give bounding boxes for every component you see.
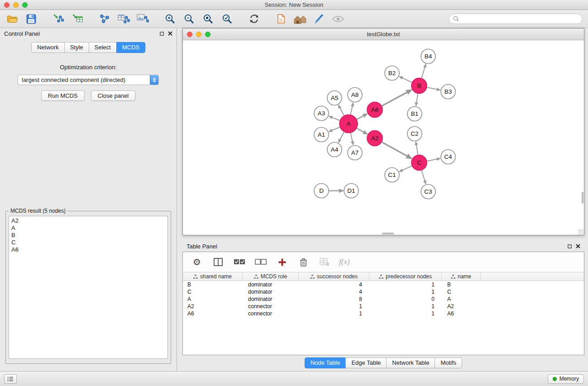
tab-edge-table[interactable]: Edge Table	[345, 357, 387, 368]
select-all-columns-button[interactable]	[233, 255, 246, 269]
close-table-panel-icon[interactable]	[576, 244, 580, 248]
node-A4[interactable]: A4	[327, 143, 342, 157]
edge-C-C1[interactable]	[399, 166, 411, 172]
edge-A2-C[interactable]	[382, 142, 412, 158]
result-item[interactable]: A6	[11, 246, 165, 253]
memory-button[interactable]: Memory	[548, 374, 584, 384]
tab-node-table[interactable]: Node Table	[305, 357, 346, 368]
edge-A6-B[interactable]	[382, 90, 412, 106]
zoom-fit-button[interactable]	[201, 12, 215, 26]
edge-A-A5[interactable]	[339, 105, 344, 115]
resize-grip[interactable]	[578, 229, 583, 234]
node-A8[interactable]: A8	[348, 88, 362, 102]
edge-C-C3[interactable]	[421, 171, 425, 184]
show-hide-button[interactable]	[331, 12, 345, 26]
network-close-button[interactable]	[187, 32, 192, 37]
node-A2[interactable]: A2	[367, 131, 382, 146]
edge-C-C2[interactable]	[416, 142, 418, 154]
tab-motifs[interactable]: Motifs	[435, 357, 462, 368]
edge-B-B2[interactable]	[399, 76, 411, 82]
edge-A-A1[interactable]	[329, 127, 340, 132]
close-window-button[interactable]	[4, 2, 10, 8]
node-C4[interactable]: C4	[441, 150, 455, 164]
node-A5[interactable]: A5	[327, 91, 342, 105]
close-panel-button[interactable]: Close panel	[91, 91, 136, 101]
column-header-successor-nodes[interactable]: successor nodes	[299, 272, 369, 281]
node-C2[interactable]: C2	[407, 127, 422, 141]
node-A7[interactable]: A7	[348, 146, 362, 160]
run-mcds-button[interactable]: Run MCDS	[41, 91, 85, 101]
optimization-criterion-select[interactable]: largest connected component (directed)	[18, 75, 159, 85]
tab-network-table[interactable]: Network Table	[386, 357, 435, 368]
new-network-button[interactable]	[98, 12, 111, 26]
search-box[interactable]	[449, 14, 583, 24]
edge-A-A8[interactable]	[351, 103, 354, 114]
zoom-selected-button[interactable]	[220, 12, 234, 26]
edge-A-A7[interactable]	[351, 133, 354, 145]
minimize-window-button[interactable]	[13, 2, 19, 8]
node-A3[interactable]: A3	[314, 106, 329, 121]
node-A[interactable]: A	[339, 115, 358, 133]
node-C3[interactable]: C3	[421, 185, 435, 199]
close-panel-icon[interactable]	[168, 31, 172, 36]
column-header-mcds-role[interactable]: MCDS role	[243, 272, 299, 281]
zoom-in-button[interactable]	[163, 12, 177, 26]
edge-A-A3[interactable]	[329, 116, 340, 120]
panel-menu-button[interactable]	[4, 374, 17, 384]
tab-network[interactable]: Network	[31, 42, 65, 53]
unselect-all-columns-button[interactable]	[254, 255, 268, 269]
export-network-button[interactable]	[117, 12, 130, 26]
result-item[interactable]: A	[11, 224, 165, 232]
float-panel-icon[interactable]	[160, 32, 164, 36]
network-minimize-button[interactable]	[196, 32, 201, 37]
column-header-shared-name[interactable]: shared name	[183, 272, 243, 281]
table-row[interactable]: A2connector11A2	[183, 303, 584, 310]
horizontal-scrollbar-thumb[interactable]	[382, 233, 394, 234]
edge-B-B4[interactable]	[421, 64, 425, 78]
graphics-details-button[interactable]	[312, 12, 326, 26]
node-C[interactable]: C	[411, 155, 427, 171]
open-session-button[interactable]	[5, 12, 19, 26]
network-canvas[interactable]: AA6A2BCA5A8A3A1A4A7B2B4B3B1C2C4C1C3DD1	[183, 40, 584, 235]
table-row[interactable]: Bdominator41B	[183, 281, 584, 288]
search-input[interactable]	[461, 15, 578, 22]
export-image-button[interactable]	[136, 12, 149, 26]
node-A6[interactable]: A6	[367, 102, 382, 118]
result-item[interactable]: B	[11, 232, 165, 239]
table-row[interactable]: Adominator80A	[183, 295, 584, 303]
edge-A-A2[interactable]	[357, 129, 367, 134]
table-settings-button[interactable]: ⚙	[190, 255, 204, 269]
tab-select[interactable]: Select	[89, 42, 117, 53]
refresh-view-button[interactable]	[247, 12, 261, 26]
node-B1[interactable]: B1	[407, 107, 422, 121]
column-header-name[interactable]: name	[442, 272, 481, 281]
edge-C-C4[interactable]	[427, 158, 440, 161]
edge-A-A4[interactable]	[339, 132, 344, 143]
delete-table-button[interactable]	[318, 255, 331, 269]
function-builder-button[interactable]: f(x)	[339, 257, 350, 267]
tab-mcds[interactable]: MCDS	[116, 42, 145, 53]
maximize-window-button[interactable]	[22, 2, 28, 8]
node-B2[interactable]: B2	[385, 66, 399, 81]
edge-B-B1[interactable]	[416, 94, 418, 105]
mcds-result-list[interactable]: A2ABCA6	[9, 216, 168, 359]
node-B3[interactable]: B3	[441, 85, 455, 99]
create-column-button[interactable]	[275, 255, 289, 269]
network-maximize-button[interactable]	[205, 32, 210, 37]
home-button[interactable]	[293, 12, 307, 26]
import-table-button[interactable]	[71, 12, 84, 26]
table-row[interactable]: A6connector11A6	[183, 310, 584, 317]
edge-A-A6[interactable]	[357, 114, 368, 119]
node-B4[interactable]: B4	[421, 49, 435, 64]
delete-columns-button[interactable]	[296, 255, 310, 269]
result-item[interactable]: C	[11, 239, 165, 246]
show-columns-button[interactable]	[211, 255, 225, 269]
float-table-panel-icon[interactable]	[568, 244, 572, 248]
zoom-out-button[interactable]	[182, 12, 196, 26]
node-B[interactable]: B	[411, 78, 427, 94]
manual-button[interactable]	[274, 12, 288, 26]
tab-style[interactable]: Style	[64, 42, 89, 53]
node-A1[interactable]: A1	[314, 128, 329, 142]
node-C1[interactable]: C1	[385, 168, 399, 182]
node-D1[interactable]: D1	[344, 184, 359, 198]
